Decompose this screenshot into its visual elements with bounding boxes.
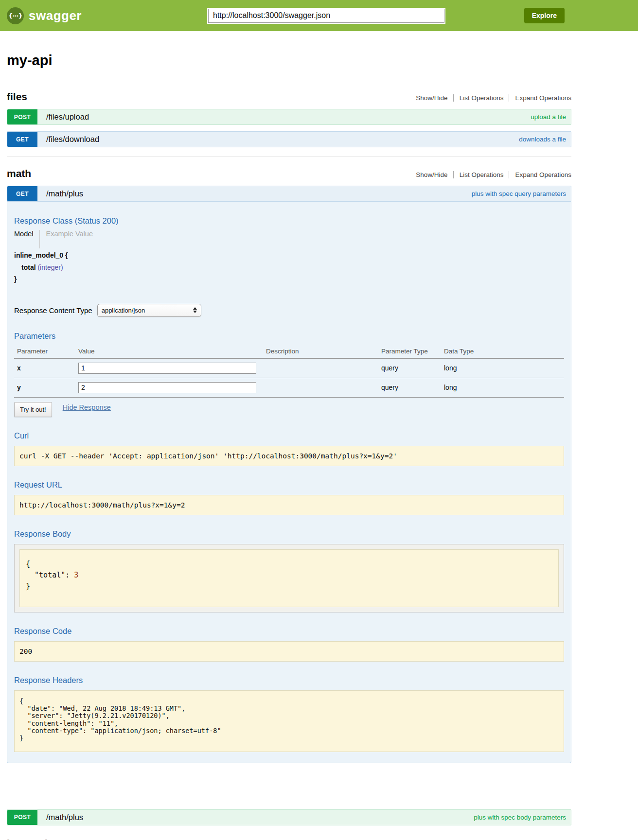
model-tabs: Model Example Value — [14, 230, 564, 248]
files-expand-operations-link[interactable]: Expand Operations — [509, 94, 571, 102]
get-method-badge: GET — [7, 186, 37, 201]
main-content: my-api files Show/Hide List Operations E… — [7, 52, 571, 840]
model-property: total (integer) — [14, 262, 564, 274]
response-headers-title: Response Headers — [14, 676, 564, 685]
operation-path-link[interactable]: /math/plus — [46, 813, 83, 822]
response-body-total-line: "total": 3 — [26, 570, 552, 581]
math-section-links: Show/Hide List Operations Expand Operati… — [416, 171, 571, 178]
hide-response-link[interactable]: Hide Response — [63, 403, 111, 411]
base-url-footer: [ BASE URL: ] — [7, 838, 571, 840]
param-type: query — [378, 378, 441, 397]
math-list-operations-link[interactable]: List Operations — [453, 171, 504, 178]
operation-heading[interactable]: POST /math/plus plus with spec body para… — [7, 809, 571, 825]
response-body-container: { "total": 3 } — [14, 544, 564, 613]
operation-post-math-plus: POST /math/plus plus with spec body para… — [7, 809, 571, 825]
swagger-logo-text: swagger — [29, 8, 82, 23]
operation-path-link[interactable]: /files/download — [46, 135, 99, 144]
swagger-logo-icon: {···} — [7, 7, 24, 24]
spec-url-input[interactable] — [207, 8, 445, 24]
response-headers-block: { "date": "Wed, 22 Aug 2018 18:49:13 GMT… — [14, 690, 564, 752]
math-show-hide-link[interactable]: Show/Hide — [416, 171, 447, 178]
operation-summary-link[interactable]: downloads a file — [519, 136, 566, 143]
operation-get-math-plus: GET /math/plus plus with spec query para… — [7, 186, 571, 763]
request-url-title: Request URL — [14, 480, 564, 490]
param-data-type: long — [441, 358, 564, 378]
curl-title: Curl — [14, 431, 564, 440]
swagger-logo[interactable]: {···} swagger — [7, 7, 82, 24]
model-property-name: total — [21, 263, 36, 271]
response-body-title: Response Body — [14, 529, 564, 539]
operation-get-files-download: GET /files/download downloads a file — [7, 131, 571, 147]
param-description — [263, 378, 378, 397]
math-section-title: math — [7, 168, 31, 179]
table-row-param-x: x query long — [14, 358, 564, 378]
operation-heading[interactable]: GET /math/plus plus with spec query para… — [7, 186, 571, 202]
response-class-title: Response Class (Status 200) — [14, 216, 564, 226]
tab-model[interactable]: Model — [14, 230, 34, 238]
param-y-value-input[interactable] — [78, 382, 256, 393]
table-row-param-y: y query long — [14, 378, 564, 397]
parameters-title: Parameters — [14, 332, 564, 341]
operation-summary-link[interactable]: plus with spec query parameters — [472, 190, 566, 197]
base-url-bracket-open: [ — [7, 838, 9, 840]
post-method-badge: POST — [7, 109, 37, 124]
curl-command-block: curl -X GET --header 'Accept: applicatio… — [14, 446, 564, 466]
column-header-description: Description — [263, 345, 378, 358]
base-url-bracket-close: ] — [45, 838, 48, 840]
param-name: x — [14, 358, 75, 378]
param-x-value-input[interactable] — [78, 363, 256, 374]
response-code-block: 200 — [14, 641, 564, 662]
response-body-close-brace: } — [26, 581, 552, 592]
math-section-header: math Show/Hide List Operations Expand Op… — [7, 168, 571, 179]
operation-heading[interactable]: GET /files/download downloads a file — [7, 131, 571, 147]
response-content-type-value: application/json — [102, 307, 145, 314]
tab-example-value[interactable]: Example Value — [39, 230, 93, 248]
response-body-open-brace: { — [26, 559, 552, 570]
column-header-parameter: Parameter — [14, 345, 75, 358]
column-header-parameter-type: Parameter Type — [378, 345, 441, 358]
operation-expanded-content: Response Class (Status 200) Model Exampl… — [7, 202, 571, 763]
column-header-value: Value — [75, 345, 263, 358]
operation-path-link[interactable]: /math/plus — [46, 189, 83, 198]
model-name: inline_model_0 { — [14, 249, 564, 262]
section-divider — [7, 157, 571, 157]
operation-summary-link[interactable]: upload a file — [531, 113, 566, 121]
try-it-out-button[interactable]: Try it out! — [14, 402, 52, 417]
response-body-block: { "total": 3 } — [19, 549, 559, 608]
get-method-badge: GET — [7, 132, 37, 147]
response-content-type-row: Response Content Type application/json — [14, 304, 564, 317]
response-content-type-label: Response Content Type — [14, 306, 92, 315]
page-title: my-api — [7, 52, 571, 69]
operation-post-files-upload: POST /files/upload upload a file — [7, 109, 571, 125]
top-bar: {···} swagger Explore — [0, 0, 638, 31]
response-code-title: Response Code — [14, 627, 564, 636]
model-property-type: (integer) — [37, 263, 63, 271]
files-section-title: files — [7, 91, 27, 103]
param-data-type: long — [441, 378, 564, 397]
files-show-hide-link[interactable]: Show/Hide — [416, 94, 447, 102]
response-content-type-select[interactable]: application/json — [97, 304, 201, 317]
model-signature: inline_model_0 { total (integer) } — [14, 249, 564, 285]
operation-summary-link[interactable]: plus with spec body parameters — [474, 814, 566, 821]
param-type: query — [378, 358, 441, 378]
param-name: y — [14, 378, 75, 397]
files-section-links: Show/Hide List Operations Expand Operati… — [416, 94, 571, 102]
column-header-data-type: Data Type — [441, 345, 564, 358]
explore-button[interactable]: Explore — [524, 8, 565, 23]
operation-path-link[interactable]: /files/upload — [46, 112, 89, 122]
math-expand-operations-link[interactable]: Expand Operations — [509, 171, 571, 178]
operation-heading[interactable]: POST /files/upload upload a file — [7, 109, 571, 125]
response-body-total-value: 3 — [74, 571, 78, 579]
request-url-block: http://localhost:3000/math/plus?x=1&y=2 — [14, 495, 564, 515]
select-arrows-icon — [193, 307, 197, 313]
files-list-operations-link[interactable]: List Operations — [453, 94, 504, 102]
parameters-table: Parameter Value Description Parameter Ty… — [14, 345, 564, 398]
try-it-out-row: Try it out! Hide Response — [14, 402, 564, 417]
param-description — [263, 358, 378, 378]
post-method-badge: POST — [7, 810, 37, 825]
files-section-header: files Show/Hide List Operations Expand O… — [7, 91, 571, 103]
model-close-brace: } — [14, 273, 564, 285]
